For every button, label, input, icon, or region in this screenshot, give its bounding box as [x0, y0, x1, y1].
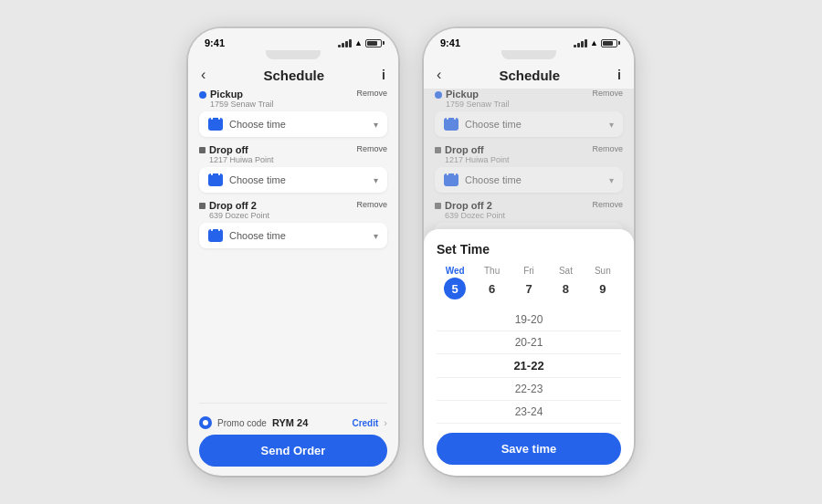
svg-point-0 — [203, 420, 208, 425]
day-sat[interactable]: Sat 8 — [547, 266, 584, 299]
left-stop-2-name: Drop off — [209, 144, 274, 155]
right-info-button[interactable]: i — [617, 68, 621, 82]
right-wifi-icon: ▲ — [590, 38, 598, 47]
right-stop-2: Drop off 1217 Huiwa Point Remove Choose … — [435, 144, 623, 193]
day-thu[interactable]: Thu 6 — [473, 266, 510, 299]
left-stop-2-choose-text: Choose time — [229, 174, 286, 185]
left-nav-title: Schedule — [263, 68, 324, 83]
left-notch-area: 9:41 ▲ — [188, 28, 398, 61]
right-battery-icon — [601, 39, 617, 47]
left-bottom-section: Promo code RYM 24 Credit › Send Order — [199, 403, 387, 476]
left-send-order-button[interactable]: Send Order — [199, 435, 387, 467]
left-promo-row: Promo code RYM 24 Credit › — [199, 411, 387, 435]
left-promo-label: Promo code — [217, 418, 267, 428]
right-stop-1: Pickup 1759 Senaw Trail Remove Choose ti… — [435, 89, 623, 137]
left-stop-2-remove[interactable]: Remove — [356, 144, 387, 153]
right-stop-2-address: 1217 Huiwa Point — [445, 155, 510, 164]
left-credit-button[interactable]: Credit — [352, 418, 378, 428]
time-slot-1920[interactable]: 19-20 — [437, 309, 621, 331]
left-stop-3-header: Drop off 2 639 Dozec Point Remove — [199, 200, 387, 220]
left-stop-1-address: 1759 Senaw Trail — [210, 100, 274, 109]
left-phone-content: Pickup 1759 Senaw Trail Remove Choose ti… — [188, 89, 398, 476]
left-status-icons: ▲ — [338, 38, 382, 47]
left-nav-bar: ‹ Schedule i — [188, 61, 398, 89]
left-stop-3: Drop off 2 639 Dozec Point Remove Choose… — [199, 200, 387, 248]
left-stop-2-cal-icon — [208, 173, 223, 186]
day-fri[interactable]: Fri 7 — [511, 266, 547, 299]
right-nav-title: Schedule — [499, 68, 560, 83]
right-stop-3-name: Drop off 2 — [445, 200, 505, 211]
left-promo-icon — [199, 416, 212, 429]
right-stop-1-address: 1759 Senaw Trail — [446, 100, 510, 109]
left-back-button[interactable]: ‹ — [201, 67, 206, 83]
right-stop-1-choose-text: Choose time — [465, 119, 522, 130]
left-stop-2-time-picker[interactable]: Choose time ▾ — [199, 167, 387, 193]
right-stop-2-chevron-icon: ▾ — [609, 175, 614, 185]
save-time-button[interactable]: Save time — [437, 433, 621, 465]
right-status-bar: 9:41 ▲ — [424, 28, 634, 50]
right-stop-2-cal-icon — [444, 173, 458, 186]
day-fri-name: Fri — [523, 266, 534, 276]
left-stop-3-choose-text: Choose time — [229, 230, 286, 241]
left-stop-3-dot — [199, 203, 206, 209]
right-stop-2-name: Drop off — [445, 144, 510, 155]
time-slot-2021[interactable]: 20-21 — [437, 331, 621, 354]
left-stop-3-chevron-icon: ▾ — [374, 231, 378, 241]
day-fri-num: 7 — [518, 278, 540, 299]
time-slot-2324[interactable]: 23-24 — [437, 401, 621, 424]
left-stop-2-chevron-icon: ▾ — [374, 175, 378, 185]
day-wed[interactable]: Wed 5 — [437, 266, 473, 299]
left-info-button[interactable]: i — [382, 68, 385, 82]
left-stop-3-remove[interactable]: Remove — [356, 200, 387, 209]
left-stop-1-remove[interactable]: Remove — [356, 89, 387, 98]
left-time: 9:41 — [205, 37, 225, 48]
right-phone: 9:41 ▲ ‹ Schedule i — [424, 28, 634, 476]
day-sat-name: Sat — [559, 266, 573, 276]
right-stop-1-chevron-icon: ▾ — [609, 120, 614, 130]
time-slot-2223[interactable]: 22-23 — [437, 378, 621, 401]
day-thu-name: Thu — [484, 266, 500, 276]
right-signal — [574, 39, 587, 47]
left-stop-2-header: Drop off 1217 Huiwa Point Remove — [199, 144, 387, 164]
left-stop-1-header: Pickup 1759 Senaw Trail Remove — [199, 89, 387, 109]
left-battery-icon — [365, 39, 382, 47]
time-slots: 19-20 20-21 21-22 22-23 23-24 — [437, 309, 621, 424]
left-stop-3-time-picker[interactable]: Choose time ▾ — [199, 223, 387, 248]
right-stop-2-remove[interactable]: Remove — [592, 144, 623, 153]
right-stop-3-dot — [435, 203, 441, 209]
right-stop-2-choose-text: Choose time — [465, 174, 522, 185]
days-row[interactable]: Wed 5 Thu 6 Fri 7 Sat 8 — [437, 266, 621, 299]
right-stop-3-header: Drop off 2 639 Dozec Point Remove — [435, 200, 623, 220]
right-stop-2-header: Drop off 1217 Huiwa Point Remove — [435, 144, 623, 164]
day-sun-name: Sun — [595, 266, 611, 276]
right-stop-3-address: 639 Dozec Point — [445, 211, 505, 220]
right-notch-area: 9:41 ▲ — [424, 28, 634, 61]
right-phone-content: Pickup 1759 Senaw Trail Remove Choose ti… — [424, 89, 634, 476]
right-stop-1-name: Pickup — [446, 89, 510, 100]
day-sun-num: 9 — [592, 278, 614, 299]
left-stop-1-choose-text: Choose time — [229, 119, 286, 130]
right-stop-1-time-picker[interactable]: Choose time ▾ — [435, 111, 623, 137]
left-stop-3-address: 639 Dozec Point — [209, 211, 269, 220]
left-promo-arrow-icon: › — [384, 417, 387, 428]
phones-container: 9:41 ▲ ‹ Schedule i — [170, 10, 652, 494]
right-back-button[interactable]: ‹ — [437, 67, 441, 83]
right-stop-2-time-picker[interactable]: Choose time ▾ — [435, 167, 623, 193]
day-sun[interactable]: Sun 9 — [585, 266, 621, 299]
left-stop-1-name: Pickup — [210, 89, 274, 100]
set-time-title: Set Time — [437, 242, 621, 257]
right-stop-1-remove[interactable]: Remove — [592, 89, 623, 98]
right-stop-2-dot — [435, 147, 441, 153]
right-stop-3-remove[interactable]: Remove — [592, 200, 623, 209]
left-stop-1-time-picker[interactable]: Choose time ▾ — [199, 111, 387, 137]
day-sat-num: 8 — [554, 278, 576, 299]
left-stop-1-chevron-icon: ▾ — [374, 120, 378, 130]
day-wed-num: 5 — [444, 278, 466, 299]
left-stop-2: Drop off 1217 Huiwa Point Remove Choose … — [199, 144, 387, 193]
right-stop-1-cal-icon — [444, 118, 458, 131]
right-stop-1-dot — [435, 91, 442, 99]
left-notch — [266, 50, 321, 59]
left-stop-1: Pickup 1759 Senaw Trail Remove Choose ti… — [199, 89, 387, 137]
day-thu-num: 6 — [481, 278, 503, 299]
time-slot-2122[interactable]: 21-22 — [437, 354, 621, 378]
